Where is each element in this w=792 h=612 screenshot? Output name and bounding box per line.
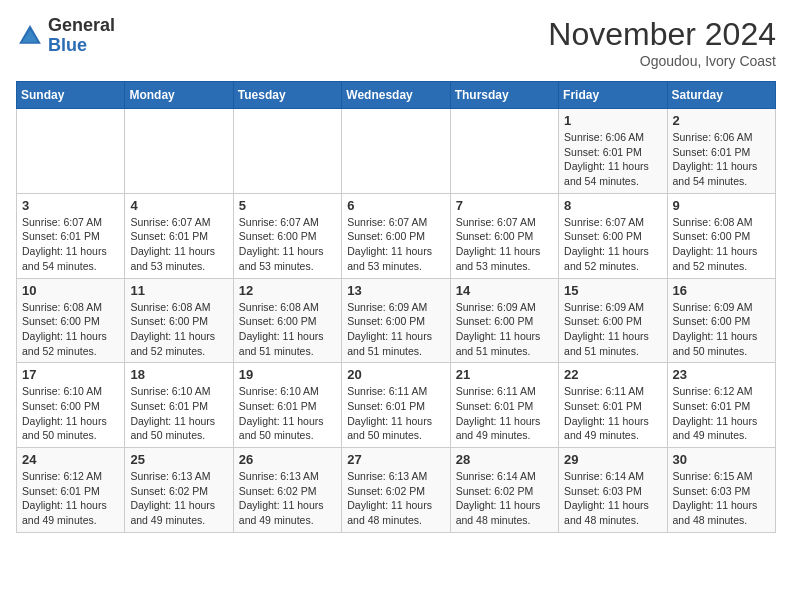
day-number: 1: [564, 113, 661, 128]
day-info: Sunrise: 6:13 AM Sunset: 6:02 PM Dayligh…: [347, 469, 444, 528]
day-number: 13: [347, 283, 444, 298]
day-number: 26: [239, 452, 336, 467]
day-info: Sunrise: 6:10 AM Sunset: 6:01 PM Dayligh…: [130, 384, 227, 443]
calendar-week-row: 24Sunrise: 6:12 AM Sunset: 6:01 PM Dayli…: [17, 448, 776, 533]
day-info: Sunrise: 6:10 AM Sunset: 6:01 PM Dayligh…: [239, 384, 336, 443]
day-number: 24: [22, 452, 119, 467]
day-info: Sunrise: 6:15 AM Sunset: 6:03 PM Dayligh…: [673, 469, 770, 528]
calendar-cell: 18Sunrise: 6:10 AM Sunset: 6:01 PM Dayli…: [125, 363, 233, 448]
day-info: Sunrise: 6:07 AM Sunset: 6:00 PM Dayligh…: [347, 215, 444, 274]
month-title: November 2024: [548, 16, 776, 53]
day-number: 12: [239, 283, 336, 298]
day-info: Sunrise: 6:12 AM Sunset: 6:01 PM Dayligh…: [22, 469, 119, 528]
page-header: General Blue November 2024 Ogoudou, Ivor…: [16, 16, 776, 69]
calendar-cell: 10Sunrise: 6:08 AM Sunset: 6:00 PM Dayli…: [17, 278, 125, 363]
day-info: Sunrise: 6:06 AM Sunset: 6:01 PM Dayligh…: [673, 130, 770, 189]
weekday-header-saturday: Saturday: [667, 82, 775, 109]
day-info: Sunrise: 6:10 AM Sunset: 6:00 PM Dayligh…: [22, 384, 119, 443]
day-info: Sunrise: 6:08 AM Sunset: 6:00 PM Dayligh…: [239, 300, 336, 359]
day-info: Sunrise: 6:12 AM Sunset: 6:01 PM Dayligh…: [673, 384, 770, 443]
day-number: 22: [564, 367, 661, 382]
day-info: Sunrise: 6:07 AM Sunset: 6:01 PM Dayligh…: [130, 215, 227, 274]
calendar-cell: 17Sunrise: 6:10 AM Sunset: 6:00 PM Dayli…: [17, 363, 125, 448]
day-number: 3: [22, 198, 119, 213]
day-number: 6: [347, 198, 444, 213]
day-number: 27: [347, 452, 444, 467]
day-info: Sunrise: 6:07 AM Sunset: 6:00 PM Dayligh…: [564, 215, 661, 274]
day-number: 4: [130, 198, 227, 213]
day-number: 28: [456, 452, 553, 467]
day-number: 14: [456, 283, 553, 298]
calendar-cell: 15Sunrise: 6:09 AM Sunset: 6:00 PM Dayli…: [559, 278, 667, 363]
day-number: 17: [22, 367, 119, 382]
calendar-cell: 12Sunrise: 6:08 AM Sunset: 6:00 PM Dayli…: [233, 278, 341, 363]
day-info: Sunrise: 6:09 AM Sunset: 6:00 PM Dayligh…: [456, 300, 553, 359]
calendar-cell: 9Sunrise: 6:08 AM Sunset: 6:00 PM Daylig…: [667, 193, 775, 278]
calendar-cell: [233, 109, 341, 194]
weekday-header-tuesday: Tuesday: [233, 82, 341, 109]
day-number: 5: [239, 198, 336, 213]
weekday-header-monday: Monday: [125, 82, 233, 109]
calendar-cell: 16Sunrise: 6:09 AM Sunset: 6:00 PM Dayli…: [667, 278, 775, 363]
day-info: Sunrise: 6:11 AM Sunset: 6:01 PM Dayligh…: [456, 384, 553, 443]
day-info: Sunrise: 6:13 AM Sunset: 6:02 PM Dayligh…: [239, 469, 336, 528]
logo: General Blue: [16, 16, 115, 56]
day-info: Sunrise: 6:09 AM Sunset: 6:00 PM Dayligh…: [347, 300, 444, 359]
calendar-cell: [125, 109, 233, 194]
day-number: 25: [130, 452, 227, 467]
weekday-header-wednesday: Wednesday: [342, 82, 450, 109]
day-info: Sunrise: 6:08 AM Sunset: 6:00 PM Dayligh…: [130, 300, 227, 359]
day-info: Sunrise: 6:06 AM Sunset: 6:01 PM Dayligh…: [564, 130, 661, 189]
day-info: Sunrise: 6:14 AM Sunset: 6:02 PM Dayligh…: [456, 469, 553, 528]
calendar-cell: 2Sunrise: 6:06 AM Sunset: 6:01 PM Daylig…: [667, 109, 775, 194]
day-number: 23: [673, 367, 770, 382]
day-info: Sunrise: 6:09 AM Sunset: 6:00 PM Dayligh…: [673, 300, 770, 359]
calendar-cell: [342, 109, 450, 194]
day-number: 16: [673, 283, 770, 298]
calendar-cell: 11Sunrise: 6:08 AM Sunset: 6:00 PM Dayli…: [125, 278, 233, 363]
day-number: 20: [347, 367, 444, 382]
calendar-cell: 29Sunrise: 6:14 AM Sunset: 6:03 PM Dayli…: [559, 448, 667, 533]
calendar-cell: 19Sunrise: 6:10 AM Sunset: 6:01 PM Dayli…: [233, 363, 341, 448]
calendar-week-row: 3Sunrise: 6:07 AM Sunset: 6:01 PM Daylig…: [17, 193, 776, 278]
calendar-cell: 13Sunrise: 6:09 AM Sunset: 6:00 PM Dayli…: [342, 278, 450, 363]
calendar-cell: [17, 109, 125, 194]
calendar-cell: 1Sunrise: 6:06 AM Sunset: 6:01 PM Daylig…: [559, 109, 667, 194]
weekday-header-sunday: Sunday: [17, 82, 125, 109]
calendar-cell: 7Sunrise: 6:07 AM Sunset: 6:00 PM Daylig…: [450, 193, 558, 278]
calendar-cell: 28Sunrise: 6:14 AM Sunset: 6:02 PM Dayli…: [450, 448, 558, 533]
logo-blue: Blue: [48, 36, 115, 56]
calendar-cell: 27Sunrise: 6:13 AM Sunset: 6:02 PM Dayli…: [342, 448, 450, 533]
day-number: 10: [22, 283, 119, 298]
calendar-cell: 26Sunrise: 6:13 AM Sunset: 6:02 PM Dayli…: [233, 448, 341, 533]
calendar-cell: 25Sunrise: 6:13 AM Sunset: 6:02 PM Dayli…: [125, 448, 233, 533]
day-info: Sunrise: 6:08 AM Sunset: 6:00 PM Dayligh…: [673, 215, 770, 274]
calendar-cell: 24Sunrise: 6:12 AM Sunset: 6:01 PM Dayli…: [17, 448, 125, 533]
calendar-cell: 23Sunrise: 6:12 AM Sunset: 6:01 PM Dayli…: [667, 363, 775, 448]
calendar-cell: 4Sunrise: 6:07 AM Sunset: 6:01 PM Daylig…: [125, 193, 233, 278]
calendar-cell: 30Sunrise: 6:15 AM Sunset: 6:03 PM Dayli…: [667, 448, 775, 533]
day-info: Sunrise: 6:09 AM Sunset: 6:00 PM Dayligh…: [564, 300, 661, 359]
day-number: 2: [673, 113, 770, 128]
day-number: 11: [130, 283, 227, 298]
calendar-cell: 5Sunrise: 6:07 AM Sunset: 6:00 PM Daylig…: [233, 193, 341, 278]
logo-icon: [16, 22, 44, 50]
logo-general: General: [48, 16, 115, 36]
calendar-cell: 3Sunrise: 6:07 AM Sunset: 6:01 PM Daylig…: [17, 193, 125, 278]
calendar-cell: 21Sunrise: 6:11 AM Sunset: 6:01 PM Dayli…: [450, 363, 558, 448]
calendar-week-row: 10Sunrise: 6:08 AM Sunset: 6:00 PM Dayli…: [17, 278, 776, 363]
day-number: 9: [673, 198, 770, 213]
day-info: Sunrise: 6:07 AM Sunset: 6:01 PM Dayligh…: [22, 215, 119, 274]
logo-text: General Blue: [48, 16, 115, 56]
calendar-cell: 22Sunrise: 6:11 AM Sunset: 6:01 PM Dayli…: [559, 363, 667, 448]
calendar-cell: 20Sunrise: 6:11 AM Sunset: 6:01 PM Dayli…: [342, 363, 450, 448]
day-info: Sunrise: 6:13 AM Sunset: 6:02 PM Dayligh…: [130, 469, 227, 528]
calendar-cell: [450, 109, 558, 194]
day-number: 7: [456, 198, 553, 213]
day-number: 15: [564, 283, 661, 298]
day-number: 30: [673, 452, 770, 467]
day-number: 8: [564, 198, 661, 213]
title-block: November 2024 Ogoudou, Ivory Coast: [548, 16, 776, 69]
weekday-header-thursday: Thursday: [450, 82, 558, 109]
calendar-week-row: 17Sunrise: 6:10 AM Sunset: 6:00 PM Dayli…: [17, 363, 776, 448]
